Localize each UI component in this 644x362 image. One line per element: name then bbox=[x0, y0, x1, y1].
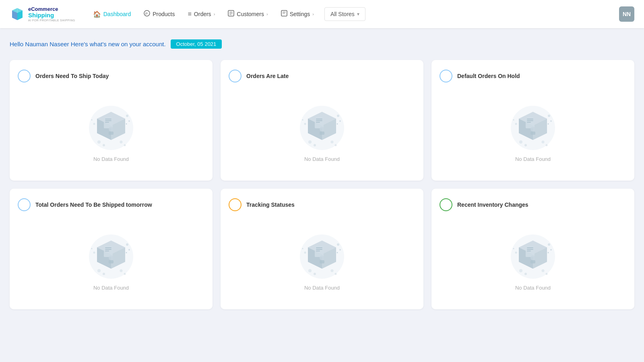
svg-rect-93 bbox=[109, 260, 114, 263]
card-title-inventory-changes: Recent Inventory Changes bbox=[457, 202, 528, 208]
svg-point-64 bbox=[550, 120, 552, 122]
svg-rect-20 bbox=[105, 119, 111, 119]
svg-point-92 bbox=[109, 255, 114, 260]
no-data-text-orders-on-hold: No Data Found bbox=[515, 156, 551, 162]
card-body-inventory-changes: No Data Found bbox=[440, 218, 626, 301]
svg-point-132 bbox=[530, 255, 535, 260]
no-data-svg-orders-late bbox=[290, 102, 354, 154]
svg-point-107 bbox=[302, 248, 303, 249]
svg-rect-41 bbox=[316, 120, 322, 121]
svg-point-109 bbox=[314, 273, 316, 275]
svg-point-31 bbox=[124, 144, 126, 146]
card-circle-orders-late bbox=[229, 70, 242, 82]
illustration-orders-on-hold bbox=[440, 100, 626, 156]
card-title-tracking-statuses: Tracking Statuses bbox=[246, 202, 295, 208]
card-header-inventory-changes: Recent Inventory Changes bbox=[440, 198, 626, 211]
illustration-orders-ship-tomorrow bbox=[18, 228, 204, 285]
logo: eCommerce Shipping AI FOR PROFITABLE SHI… bbox=[10, 6, 75, 22]
svg-point-106 bbox=[304, 251, 306, 253]
svg-point-108 bbox=[308, 269, 312, 272]
customers-icon bbox=[228, 10, 234, 18]
svg-rect-53 bbox=[320, 132, 324, 135]
no-data-svg-orders-ship-today bbox=[79, 102, 143, 154]
svg-point-87 bbox=[91, 248, 93, 249]
svg-point-111 bbox=[335, 273, 337, 275]
svg-rect-81 bbox=[105, 249, 111, 250]
svg-point-29 bbox=[103, 144, 105, 146]
no-data-svg-orders-ship-tomorrow bbox=[79, 230, 143, 283]
card-title-orders-ship-today: Orders Need To Ship Today bbox=[35, 73, 109, 79]
card-body-orders-ship-tomorrow: No Data Found bbox=[18, 218, 204, 301]
svg-point-126 bbox=[515, 251, 517, 253]
card-orders-on-hold: Default Orders On Hold bbox=[431, 60, 634, 181]
svg-rect-120 bbox=[527, 247, 533, 248]
svg-rect-60 bbox=[527, 119, 533, 119]
logo-icon bbox=[10, 6, 25, 22]
card-inventory-changes: Recent Inventory Changes bbox=[431, 189, 634, 309]
svg-rect-100 bbox=[316, 247, 322, 248]
svg-point-51 bbox=[335, 144, 337, 146]
svg-point-110 bbox=[331, 269, 334, 272]
date-badge: October, 05 2021 bbox=[171, 39, 222, 49]
svg-point-124 bbox=[550, 249, 552, 251]
orders-chevron-icon: › bbox=[214, 12, 215, 16]
svg-rect-21 bbox=[105, 120, 111, 121]
nav-customers-label: Customers bbox=[237, 11, 264, 17]
nav-settings[interactable]: Settings › bbox=[275, 7, 320, 21]
svg-point-66 bbox=[515, 123, 517, 125]
card-body-orders-late: No Data Found bbox=[229, 89, 415, 173]
svg-point-83 bbox=[126, 243, 128, 246]
svg-point-89 bbox=[103, 273, 105, 275]
nav-dashboard[interactable]: 🏠 Dashboard bbox=[87, 7, 137, 21]
svg-rect-42 bbox=[316, 122, 320, 123]
svg-point-128 bbox=[519, 269, 522, 272]
products-icon: P bbox=[144, 10, 150, 18]
svg-point-103 bbox=[337, 243, 339, 246]
svg-rect-101 bbox=[316, 249, 322, 250]
no-data-text-orders-ship-tomorrow: No Data Found bbox=[93, 285, 129, 291]
nav-products-label: Products bbox=[153, 11, 175, 17]
svg-point-48 bbox=[308, 140, 312, 144]
greeting-text: Hello Nauman Naseer Here's what's new on… bbox=[10, 41, 166, 47]
svg-point-26 bbox=[93, 123, 95, 125]
svg-point-127 bbox=[513, 248, 514, 249]
nav-customers[interactable]: Customers › bbox=[222, 7, 273, 21]
svg-rect-113 bbox=[320, 260, 324, 263]
svg-point-129 bbox=[524, 273, 527, 275]
nav-orders-label: Orders bbox=[194, 11, 211, 17]
stores-label: All Stores bbox=[330, 11, 355, 17]
no-data-svg-orders-on-hold bbox=[501, 102, 565, 154]
stores-chevron-icon: ▾ bbox=[357, 11, 359, 17]
svg-point-85 bbox=[126, 252, 127, 253]
card-body-orders-on-hold: No Data Found bbox=[440, 89, 626, 173]
svg-rect-121 bbox=[527, 249, 533, 250]
svg-point-91 bbox=[124, 273, 126, 275]
logo-shipping: Shipping bbox=[28, 12, 75, 19]
main-content: Hello Nauman Naseer Here's what's new on… bbox=[0, 28, 644, 321]
no-data-text-inventory-changes: No Data Found bbox=[515, 285, 551, 291]
nav-products[interactable]: P Products bbox=[138, 7, 180, 21]
svg-point-123 bbox=[548, 243, 550, 246]
svg-point-130 bbox=[542, 269, 545, 272]
svg-point-68 bbox=[519, 140, 522, 144]
svg-rect-82 bbox=[105, 251, 109, 251]
greeting: Hello Nauman Naseer Here's what's new on… bbox=[10, 39, 634, 49]
header: eCommerce Shipping AI FOR PROFITABLE SHI… bbox=[0, 0, 644, 28]
logo-tagline: AI FOR PROFITABLE SHIPPING bbox=[28, 19, 75, 22]
svg-point-44 bbox=[339, 120, 341, 122]
card-body-tracking-statuses: No Data Found bbox=[229, 218, 415, 301]
avatar[interactable]: NN bbox=[619, 6, 634, 22]
svg-point-52 bbox=[320, 127, 324, 132]
stores-dropdown[interactable]: All Stores ▾ bbox=[324, 7, 365, 21]
nav-orders[interactable]: ≡ Orders › bbox=[182, 7, 221, 21]
card-title-orders-on-hold: Default Orders On Hold bbox=[457, 73, 520, 79]
svg-rect-102 bbox=[316, 251, 320, 251]
svg-point-43 bbox=[337, 115, 339, 117]
illustration-inventory-changes bbox=[440, 228, 626, 285]
svg-text:P: P bbox=[145, 12, 148, 16]
card-circle-orders-on-hold bbox=[440, 70, 452, 82]
svg-rect-40 bbox=[316, 119, 322, 119]
main-nav: 🏠 Dashboard P Products ≡ Orders › Custom… bbox=[87, 7, 619, 21]
svg-point-86 bbox=[93, 251, 95, 253]
svg-point-30 bbox=[120, 140, 123, 143]
